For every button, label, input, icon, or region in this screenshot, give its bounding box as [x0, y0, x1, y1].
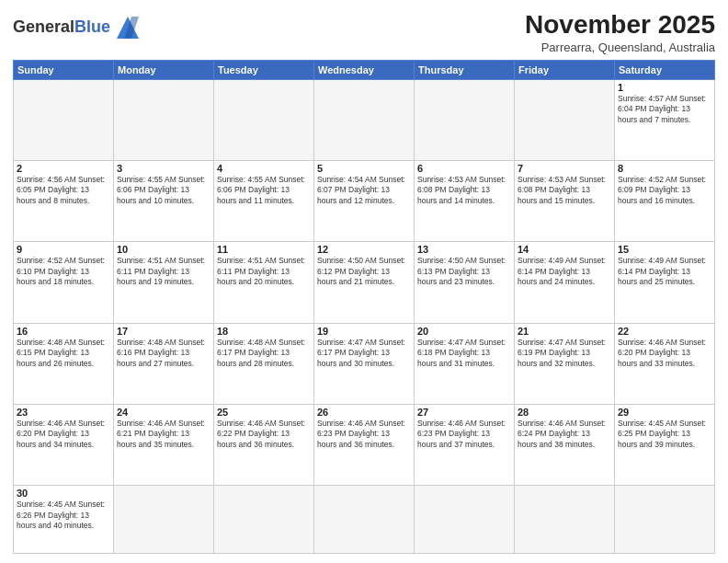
logo: GeneralBlue [13, 13, 142, 42]
day-info: Sunrise: 4:55 AM Sunset: 6:06 PM Dayligh… [117, 175, 210, 206]
day-number: 5 [317, 163, 411, 174]
day-number: 6 [417, 163, 511, 174]
logo-icon [113, 13, 142, 42]
day-info: Sunrise: 4:47 AM Sunset: 6:17 PM Dayligh… [317, 338, 411, 369]
day-number: 4 [217, 163, 311, 174]
calendar-week-row: 9Sunrise: 4:52 AM Sunset: 6:10 PM Daylig… [14, 242, 715, 323]
calendar-day-cell [314, 79, 415, 160]
calendar-day-cell [415, 486, 515, 554]
calendar-day-cell: 27Sunrise: 4:46 AM Sunset: 6:23 PM Dayli… [415, 404, 515, 485]
day-info: Sunrise: 4:45 AM Sunset: 6:26 PM Dayligh… [17, 500, 110, 531]
calendar-header-thursday: Thursday [415, 60, 515, 79]
day-info: Sunrise: 4:46 AM Sunset: 6:23 PM Dayligh… [417, 419, 511, 450]
day-number: 23 [17, 407, 110, 418]
calendar-day-cell: 23Sunrise: 4:46 AM Sunset: 6:20 PM Dayli… [14, 404, 114, 485]
calendar-day-cell: 14Sunrise: 4:49 AM Sunset: 6:14 PM Dayli… [515, 242, 615, 323]
day-info: Sunrise: 4:50 AM Sunset: 6:12 PM Dayligh… [317, 256, 411, 287]
day-number: 1 [618, 82, 711, 93]
calendar-day-cell: 1Sunrise: 4:57 AM Sunset: 6:04 PM Daylig… [615, 79, 715, 160]
day-info: Sunrise: 4:52 AM Sunset: 6:09 PM Dayligh… [618, 175, 711, 206]
calendar-table: SundayMondayTuesdayWednesdayThursdayFrid… [13, 60, 715, 554]
calendar-header-wednesday: Wednesday [314, 60, 415, 79]
day-info: Sunrise: 4:46 AM Sunset: 6:22 PM Dayligh… [217, 419, 311, 450]
day-number: 11 [217, 244, 311, 255]
calendar-day-cell: 11Sunrise: 4:51 AM Sunset: 6:11 PM Dayli… [214, 242, 314, 323]
day-info: Sunrise: 4:46 AM Sunset: 6:20 PM Dayligh… [17, 419, 110, 450]
calendar-week-row: 16Sunrise: 4:48 AM Sunset: 6:15 PM Dayli… [14, 323, 715, 404]
calendar-day-cell [114, 486, 214, 554]
day-number: 21 [518, 326, 611, 337]
calendar-day-cell [515, 486, 615, 554]
day-info: Sunrise: 4:52 AM Sunset: 6:10 PM Dayligh… [17, 256, 110, 287]
day-info: Sunrise: 4:57 AM Sunset: 6:04 PM Dayligh… [618, 94, 711, 125]
day-number: 30 [17, 488, 110, 499]
day-number: 27 [417, 407, 511, 418]
day-info: Sunrise: 4:54 AM Sunset: 6:07 PM Dayligh… [317, 175, 411, 206]
day-info: Sunrise: 4:51 AM Sunset: 6:11 PM Dayligh… [117, 256, 210, 287]
day-number: 25 [217, 407, 311, 418]
day-number: 3 [117, 163, 210, 174]
day-info: Sunrise: 4:45 AM Sunset: 6:25 PM Dayligh… [618, 419, 711, 450]
page: GeneralBlue November 2025 Parrearra, Que… [0, 0, 728, 563]
calendar-day-cell: 9Sunrise: 4:52 AM Sunset: 6:10 PM Daylig… [14, 242, 114, 323]
logo-blue: Blue [74, 17, 110, 36]
calendar-day-cell: 29Sunrise: 4:45 AM Sunset: 6:25 PM Dayli… [615, 404, 715, 485]
day-info: Sunrise: 4:46 AM Sunset: 6:23 PM Dayligh… [317, 419, 411, 450]
calendar-day-cell: 15Sunrise: 4:49 AM Sunset: 6:14 PM Dayli… [615, 242, 715, 323]
calendar-day-cell: 20Sunrise: 4:47 AM Sunset: 6:18 PM Dayli… [415, 323, 515, 404]
calendar-day-cell: 24Sunrise: 4:46 AM Sunset: 6:21 PM Dayli… [114, 404, 214, 485]
day-number: 19 [317, 326, 411, 337]
calendar-day-cell: 4Sunrise: 4:55 AM Sunset: 6:06 PM Daylig… [214, 160, 314, 241]
calendar-day-cell: 16Sunrise: 4:48 AM Sunset: 6:15 PM Dayli… [14, 323, 114, 404]
location-subtitle: Parrearra, Queensland, Australia [525, 40, 715, 54]
calendar-week-row: 1Sunrise: 4:57 AM Sunset: 6:04 PM Daylig… [14, 79, 715, 160]
day-number: 22 [618, 326, 711, 337]
day-number: 12 [317, 244, 411, 255]
day-info: Sunrise: 4:50 AM Sunset: 6:13 PM Dayligh… [417, 256, 511, 287]
day-info: Sunrise: 4:49 AM Sunset: 6:14 PM Dayligh… [518, 256, 611, 287]
day-number: 20 [417, 326, 511, 337]
calendar-day-cell: 6Sunrise: 4:53 AM Sunset: 6:08 PM Daylig… [415, 160, 515, 241]
calendar-week-row: 30Sunrise: 4:45 AM Sunset: 6:26 PM Dayli… [14, 486, 715, 554]
calendar-day-cell [14, 79, 114, 160]
day-info: Sunrise: 4:49 AM Sunset: 6:14 PM Dayligh… [618, 256, 711, 287]
calendar-day-cell: 19Sunrise: 4:47 AM Sunset: 6:17 PM Dayli… [314, 323, 415, 404]
calendar-day-cell [114, 79, 214, 160]
day-number: 26 [317, 407, 411, 418]
calendar-day-cell: 12Sunrise: 4:50 AM Sunset: 6:12 PM Dayli… [314, 242, 415, 323]
day-number: 15 [618, 244, 711, 255]
calendar-day-cell [515, 79, 615, 160]
calendar-day-cell [214, 79, 314, 160]
day-number: 16 [17, 326, 110, 337]
calendar-day-cell: 25Sunrise: 4:46 AM Sunset: 6:22 PM Dayli… [214, 404, 314, 485]
calendar-header-tuesday: Tuesday [214, 60, 314, 79]
calendar-day-cell: 3Sunrise: 4:55 AM Sunset: 6:06 PM Daylig… [114, 160, 214, 241]
calendar-day-cell [214, 486, 314, 554]
day-number: 24 [117, 407, 210, 418]
calendar-header-sunday: Sunday [14, 60, 114, 79]
header: GeneralBlue November 2025 Parrearra, Que… [13, 9, 715, 54]
day-number: 9 [17, 244, 110, 255]
day-number: 29 [618, 407, 711, 418]
day-info: Sunrise: 4:47 AM Sunset: 6:19 PM Dayligh… [518, 338, 611, 369]
day-number: 14 [518, 244, 611, 255]
day-info: Sunrise: 4:47 AM Sunset: 6:18 PM Dayligh… [417, 338, 511, 369]
title-block: November 2025 Parrearra, Queensland, Aus… [525, 9, 715, 54]
day-number: 17 [117, 326, 210, 337]
calendar-day-cell: 7Sunrise: 4:53 AM Sunset: 6:08 PM Daylig… [515, 160, 615, 241]
day-info: Sunrise: 4:55 AM Sunset: 6:06 PM Dayligh… [217, 175, 311, 206]
calendar-day-cell: 2Sunrise: 4:56 AM Sunset: 6:05 PM Daylig… [14, 160, 114, 241]
logo-general: General [13, 17, 74, 36]
day-number: 8 [618, 163, 711, 174]
calendar-day-cell: 21Sunrise: 4:47 AM Sunset: 6:19 PM Dayli… [515, 323, 615, 404]
day-info: Sunrise: 4:53 AM Sunset: 6:08 PM Dayligh… [417, 175, 511, 206]
calendar-week-row: 2Sunrise: 4:56 AM Sunset: 6:05 PM Daylig… [14, 160, 715, 241]
calendar-day-cell: 28Sunrise: 4:46 AM Sunset: 6:24 PM Dayli… [515, 404, 615, 485]
day-info: Sunrise: 4:46 AM Sunset: 6:21 PM Dayligh… [117, 419, 210, 450]
calendar-day-cell: 17Sunrise: 4:48 AM Sunset: 6:16 PM Dayli… [114, 323, 214, 404]
calendar-day-cell: 13Sunrise: 4:50 AM Sunset: 6:13 PM Dayli… [415, 242, 515, 323]
logo-text: GeneralBlue [13, 18, 110, 37]
day-number: 13 [417, 244, 511, 255]
calendar-day-cell: 26Sunrise: 4:46 AM Sunset: 6:23 PM Dayli… [314, 404, 415, 485]
day-info: Sunrise: 4:48 AM Sunset: 6:16 PM Dayligh… [117, 338, 210, 369]
